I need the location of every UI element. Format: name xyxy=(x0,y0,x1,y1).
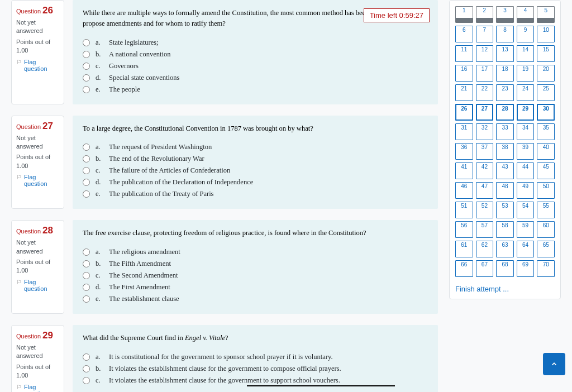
flag-question-link[interactable]: ⚐Flag question xyxy=(16,174,59,187)
nav-question-39[interactable]: 39 xyxy=(517,143,535,160)
nav-question-57[interactable]: 57 xyxy=(476,221,494,238)
nav-question-36[interactable]: 36 xyxy=(455,143,473,160)
nav-question-34[interactable]: 34 xyxy=(517,123,535,140)
nav-question-23[interactable]: 23 xyxy=(496,84,514,101)
answer-option[interactable]: e.The publication of the Treaty of Paris xyxy=(83,188,428,200)
answer-option[interactable]: d.Special state conventions xyxy=(83,72,428,84)
answer-option[interactable]: c.Governors xyxy=(83,60,428,72)
nav-question-33[interactable]: 33 xyxy=(496,123,514,140)
nav-question-26[interactable]: 26 xyxy=(455,104,473,121)
answer-option[interactable]: c.It violates the establishment clause f… xyxy=(83,375,428,386)
nav-question-63[interactable]: 63 xyxy=(496,241,514,257)
nav-question-5[interactable]: 5 xyxy=(537,6,555,23)
answer-radio[interactable] xyxy=(83,179,90,186)
nav-question-25[interactable]: 25 xyxy=(537,84,555,101)
nav-question-49[interactable]: 49 xyxy=(517,182,535,199)
nav-question-14[interactable]: 14 xyxy=(517,45,535,62)
nav-question-62[interactable]: 62 xyxy=(476,241,494,257)
answer-radio[interactable] xyxy=(83,63,90,70)
nav-question-68[interactable]: 68 xyxy=(496,260,514,277)
nav-question-55[interactable]: 55 xyxy=(537,202,555,218)
nav-question-15[interactable]: 15 xyxy=(537,45,555,62)
answer-radio[interactable] xyxy=(83,155,90,162)
nav-question-6[interactable]: 6 xyxy=(455,26,473,42)
answer-option[interactable]: a.State legislatures; xyxy=(83,37,428,49)
answer-radio[interactable] xyxy=(83,74,90,82)
nav-question-60[interactable]: 60 xyxy=(537,221,555,238)
nav-question-1[interactable]: 1 xyxy=(455,6,473,23)
answer-radio[interactable] xyxy=(83,144,90,151)
nav-question-29[interactable]: 29 xyxy=(517,104,535,121)
flag-question-link[interactable]: ⚐Flag question xyxy=(16,59,59,72)
nav-question-48[interactable]: 48 xyxy=(496,182,514,199)
nav-question-52[interactable]: 52 xyxy=(476,202,494,218)
nav-question-28[interactable]: 28 xyxy=(496,104,514,121)
nav-question-18[interactable]: 18 xyxy=(496,65,514,82)
answer-radio[interactable] xyxy=(83,295,90,303)
answer-radio[interactable] xyxy=(83,39,90,46)
nav-question-17[interactable]: 17 xyxy=(476,65,494,82)
answer-option[interactable]: c.The failure of the Articles of Confede… xyxy=(83,165,428,176)
nav-question-66[interactable]: 66 xyxy=(455,260,473,277)
nav-question-58[interactable]: 58 xyxy=(496,221,514,238)
nav-question-51[interactable]: 51 xyxy=(455,202,473,218)
answer-radio[interactable] xyxy=(83,190,90,198)
nav-question-46[interactable]: 46 xyxy=(455,182,473,199)
answer-radio[interactable] xyxy=(83,167,90,174)
nav-question-50[interactable]: 50 xyxy=(537,182,555,199)
nav-question-41[interactable]: 41 xyxy=(455,162,473,179)
answer-radio[interactable] xyxy=(83,353,90,361)
answer-option[interactable]: b.The Fifth Amendment xyxy=(83,258,428,270)
answer-radio[interactable] xyxy=(83,284,90,291)
answer-option[interactable]: e.The establishment clause xyxy=(83,293,428,305)
nav-question-21[interactable]: 21 xyxy=(455,84,473,101)
nav-question-11[interactable]: 11 xyxy=(455,45,473,62)
nav-question-31[interactable]: 31 xyxy=(455,123,473,140)
nav-question-67[interactable]: 67 xyxy=(476,260,494,277)
nav-question-9[interactable]: 9 xyxy=(517,26,535,42)
answer-radio[interactable] xyxy=(83,248,90,256)
answer-radio[interactable] xyxy=(83,272,90,279)
nav-question-3[interactable]: 3 xyxy=(496,6,514,23)
nav-question-35[interactable]: 35 xyxy=(537,123,555,140)
nav-question-40[interactable]: 40 xyxy=(537,143,555,160)
flag-question-link[interactable]: ⚐Flag question xyxy=(16,384,59,392)
flag-question-link[interactable]: ⚐Flag question xyxy=(16,279,59,292)
answer-option[interactable]: e.The people xyxy=(83,84,428,95)
nav-question-42[interactable]: 42 xyxy=(476,162,494,179)
nav-question-53[interactable]: 53 xyxy=(496,202,514,218)
nav-question-10[interactable]: 10 xyxy=(537,26,555,42)
nav-question-38[interactable]: 38 xyxy=(496,143,514,160)
nav-question-32[interactable]: 32 xyxy=(476,123,494,140)
nav-question-16[interactable]: 16 xyxy=(455,65,473,82)
answer-option[interactable]: d.The First Amendment xyxy=(83,281,428,293)
nav-question-12[interactable]: 12 xyxy=(476,45,494,62)
answer-option[interactable]: c.The Second Amendment xyxy=(83,270,428,281)
nav-question-47[interactable]: 47 xyxy=(476,182,494,199)
nav-question-7[interactable]: 7 xyxy=(476,26,494,42)
nav-question-45[interactable]: 45 xyxy=(537,162,555,179)
answer-option[interactable]: b.The end of the Revolutionary War xyxy=(83,153,428,165)
answer-radio[interactable] xyxy=(83,51,90,58)
nav-question-44[interactable]: 44 xyxy=(517,162,535,179)
nav-question-4[interactable]: 4 xyxy=(517,6,535,23)
nav-question-8[interactable]: 8 xyxy=(496,26,514,42)
answer-option[interactable]: a.The religious amendment xyxy=(83,246,428,258)
nav-question-30[interactable]: 30 xyxy=(537,104,555,121)
nav-question-70[interactable]: 70 xyxy=(537,260,555,277)
nav-question-2[interactable]: 2 xyxy=(476,6,494,23)
nav-question-65[interactable]: 65 xyxy=(537,241,555,257)
answer-option[interactable]: b.It violates the establishment clause f… xyxy=(83,363,428,375)
nav-question-43[interactable]: 43 xyxy=(496,162,514,179)
nav-question-20[interactable]: 20 xyxy=(537,65,555,82)
nav-question-19[interactable]: 19 xyxy=(517,65,535,82)
answer-option[interactable]: b.A national convention xyxy=(83,49,428,60)
nav-question-13[interactable]: 13 xyxy=(496,45,514,62)
nav-question-64[interactable]: 64 xyxy=(517,241,535,257)
nav-question-22[interactable]: 22 xyxy=(476,84,494,101)
answer-option[interactable]: a.The request of President Washington xyxy=(83,141,428,153)
answer-radio[interactable] xyxy=(83,86,90,93)
nav-question-24[interactable]: 24 xyxy=(517,84,535,101)
nav-question-37[interactable]: 37 xyxy=(476,143,494,160)
answer-radio[interactable] xyxy=(83,365,90,372)
